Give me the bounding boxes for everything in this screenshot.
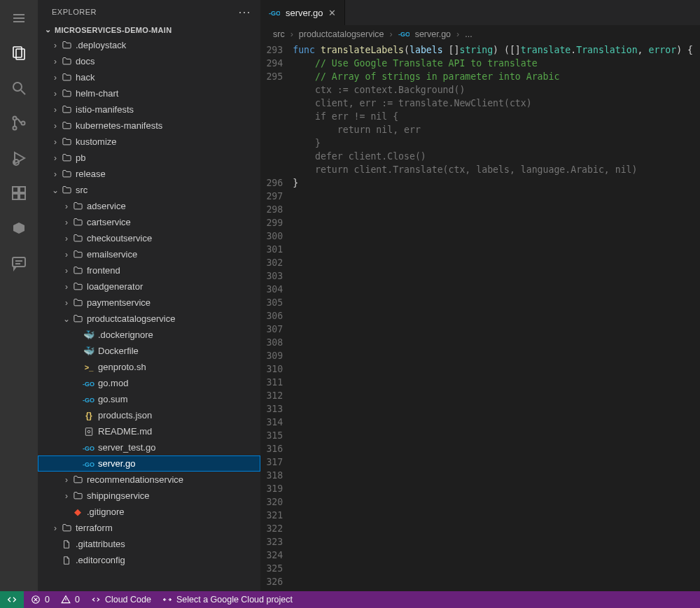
tree-folder-loadgenerator[interactable]: ›loadgenerator (38, 278, 260, 295)
code-line[interactable] (293, 575, 693, 588)
code-line[interactable] (293, 509, 693, 522)
tree-file-go-sum[interactable]: -GOgo.sum (38, 391, 260, 407)
status-errors[interactable]: 0 (31, 595, 50, 605)
project-root[interactable]: ⌄ MICROSERVICES-DEMO-MAIN (38, 24, 260, 37)
sh-icon: >_ (83, 363, 95, 372)
code-line[interactable] (293, 482, 693, 495)
code-line[interactable] (293, 469, 693, 482)
code-line[interactable] (293, 243, 693, 256)
code-line[interactable] (293, 349, 693, 362)
code-line[interactable] (293, 495, 693, 509)
explorer-icon[interactable] (9, 43, 29, 63)
code-line[interactable] (293, 323, 693, 336)
tree-file-genproto-sh[interactable]: >_genproto.sh (38, 359, 260, 375)
tree-folder-paymentservice[interactable]: ›paymentservice (38, 295, 260, 311)
code-line[interactable] (293, 429, 693, 442)
status-select-project[interactable]: Select a Google Cloud project (162, 595, 293, 605)
code-area[interactable]: 2932942952962972982993003013023033043053… (260, 43, 700, 591)
breadcrumbs[interactable]: src › productcatalogservice › -GO server… (260, 25, 700, 43)
code-line[interactable] (293, 283, 693, 296)
code-line[interactable] (293, 309, 693, 323)
code-line[interactable] (293, 562, 693, 575)
code-line[interactable] (293, 535, 693, 549)
tree-folder-emailservice[interactable]: ›emailservice (38, 246, 260, 262)
tree-file-readme-md[interactable]: README.md (38, 423, 260, 439)
tree-folder-src[interactable]: ⌄src (38, 182, 260, 198)
tab-server-go[interactable]: -GO server.go ✕ (260, 0, 345, 25)
breadcrumb-productcatalogservice[interactable]: productcatalogservice (299, 29, 384, 39)
code-line[interactable] (293, 256, 693, 269)
menu-icon[interactable] (9, 8, 29, 28)
code-line[interactable] (293, 549, 693, 562)
tree-file--gitattributes[interactable]: .gitattributes (38, 536, 260, 552)
tree-folder-adservice[interactable]: ›adservice (38, 198, 260, 214)
tree-folder-pb[interactable]: ›pb (38, 150, 260, 166)
code-line[interactable]: // Array of strings in parameter into Ar… (293, 70, 693, 83)
tree-folder-cartservice[interactable]: ›cartservice (38, 214, 260, 230)
tree-file-dockerfile[interactable]: 🐳Dockerfile (38, 343, 260, 359)
cloud-code-icon[interactable] (9, 218, 29, 238)
code-content[interactable]: func translateLabels(labels []string) ([… (293, 43, 700, 591)
status-warnings[interactable]: 0 (61, 595, 80, 605)
chat-icon[interactable] (9, 253, 29, 273)
tree-folder-hack[interactable]: ›hack (38, 69, 260, 85)
search-icon[interactable] (9, 78, 29, 98)
close-icon[interactable]: ✕ (328, 8, 336, 18)
tree-file-products-json[interactable]: {}products.json (38, 407, 260, 423)
tree-folder-helm-chart[interactable]: ›helm-chart (38, 85, 260, 101)
code-line[interactable] (293, 402, 693, 416)
tree-folder-shippingservice[interactable]: ›shippingservice (38, 488, 260, 504)
code-line[interactable] (293, 376, 693, 389)
code-line[interactable] (293, 296, 693, 309)
code-line[interactable]: defer client.Close() (293, 150, 693, 163)
code-line[interactable] (293, 455, 693, 469)
code-line[interactable]: return nil, err (293, 123, 693, 136)
tree-folder-istio-manifests[interactable]: ›istio-manifests (38, 101, 260, 118)
remote-indicator[interactable] (0, 591, 24, 608)
tree-folder-checkoutservice[interactable]: ›checkoutservice (38, 230, 260, 246)
code-line[interactable]: } (293, 136, 693, 150)
tree-file--dockerignore[interactable]: 🐳.dockerignore (38, 327, 260, 343)
code-line[interactable]: ctx := context.Background() (293, 83, 693, 97)
breadcrumb-src[interactable]: src (273, 29, 285, 39)
tree-folder-kustomize[interactable]: ›kustomize (38, 134, 260, 150)
code-line[interactable] (293, 269, 693, 283)
code-line[interactable] (293, 190, 693, 203)
debug-icon[interactable] (9, 148, 29, 168)
tree-folder-frontend[interactable]: ›frontend (38, 262, 260, 278)
code-line[interactable] (293, 336, 693, 349)
tree-file-go-mod[interactable]: -GOgo.mod (38, 375, 260, 391)
code-line[interactable] (293, 203, 693, 216)
code-line[interactable]: } (293, 176, 693, 190)
code-line[interactable]: client, err := translate.NewClient(ctx) (293, 97, 693, 110)
tree-file-server-test-go[interactable]: -GOserver_test.go (38, 439, 260, 455)
code-line[interactable] (293, 389, 693, 402)
code-line[interactable]: func translateLabels(labels []string) ([… (293, 43, 693, 57)
code-line[interactable] (293, 442, 693, 455)
tree-folder-docs[interactable]: ›docs (38, 53, 260, 69)
code-line[interactable] (293, 522, 693, 535)
code-line[interactable] (293, 362, 693, 376)
tree-file-server-go[interactable]: -GOserver.go (38, 455, 260, 472)
code-line[interactable] (293, 216, 693, 229)
code-line[interactable]: return client.Translate(ctx, labels, lan… (293, 163, 693, 176)
source-control-icon[interactable] (9, 113, 29, 133)
breadcrumb-more[interactable]: ... (465, 29, 472, 39)
code-line[interactable] (293, 229, 693, 243)
tree-folder-productcatalogservice[interactable]: ⌄productcatalogservice (38, 311, 260, 327)
explorer-more-icon[interactable]: ⋯ (238, 6, 251, 18)
code-line[interactable]: // Use Google Translate API to translate (293, 57, 693, 70)
code-line[interactable]: if err != nil { (293, 110, 693, 123)
tree-folder-terraform[interactable]: ›terraform (38, 520, 260, 536)
breadcrumb-file[interactable]: server.go (415, 29, 451, 39)
tree-file--gitignore[interactable]: ◆.gitignore (38, 504, 260, 520)
tree-folder-release[interactable]: ›release (38, 166, 260, 182)
status-cloud-code[interactable]: Cloud Code (91, 595, 151, 605)
tree-folder-kubernetes-manifests[interactable]: ›kubernetes-manifests (38, 118, 260, 134)
tree-file--editorconfig[interactable]: .editorconfig (38, 552, 260, 568)
tree-folder--deploystack[interactable]: ›.deploystack (38, 37, 260, 53)
tree-folder-recommendationservice[interactable]: ›recommendationservice (38, 472, 260, 488)
code-line[interactable] (293, 416, 693, 429)
extensions-icon[interactable] (9, 183, 29, 203)
svg-rect-22 (85, 427, 92, 435)
